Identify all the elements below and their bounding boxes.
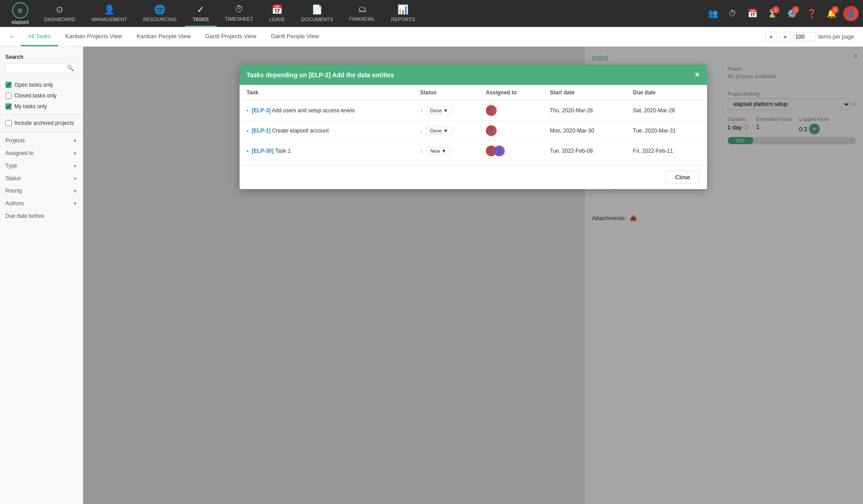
nav-financial[interactable]: 🗂 FINANCIAL <box>341 0 383 27</box>
notif-badge2: 1 <box>832 6 839 13</box>
sidebar: Search 🔍 Open tasks only Closed tasks on… <box>0 47 83 504</box>
task-code-3[interactable]: [ELP-30] <box>252 148 274 154</box>
nav-dashboard-label: DASHBOARD <box>44 17 76 22</box>
nav-reports[interactable]: 📊 REPORTS <box>383 0 423 27</box>
open-tasks-checkbox[interactable] <box>5 82 12 88</box>
tab-kanban-projects[interactable]: Kanban Projects View <box>58 27 129 46</box>
task-code-2[interactable]: [ELP-1] <box>252 128 271 134</box>
nav-dashboard[interactable]: ⊙ DASHBOARD <box>36 0 84 27</box>
due-date-val-2: Tue, 2020-Mar-31 <box>633 128 676 134</box>
avatar-2-1: 👤 <box>486 125 497 136</box>
status-badge-2[interactable]: Done ▼ <box>426 127 452 135</box>
tab-all-tasks[interactable]: All Tasks <box>21 27 58 46</box>
help-icon-btn[interactable]: ❓ <box>804 5 820 22</box>
tab-gantt-people[interactable]: Gantt People View <box>263 27 326 46</box>
filter-closed-tasks[interactable]: Closed tasks only <box>0 90 83 101</box>
assigned-cell-2: 👤 <box>479 121 543 141</box>
filter-authors[interactable]: Authors ▼ <box>0 197 83 210</box>
task-code-1[interactable]: [ELP-3] <box>252 107 271 114</box>
priority-arrow-icon: ▼ <box>73 189 77 194</box>
authors-arrow-icon: ▼ <box>73 201 77 206</box>
items-per-page-input[interactable] <box>793 32 816 41</box>
notification-icon-btn[interactable]: 🔔 1 <box>823 5 840 22</box>
settings-icon-btn[interactable]: ⚙️ 1 <box>784 5 800 22</box>
due-date-cell-1: Sat, 2020-Mar-28 <box>626 101 707 121</box>
filter-my-tasks[interactable]: My tasks only <box>0 101 83 112</box>
my-tasks-checkbox[interactable] <box>5 103 12 110</box>
hourglass-icon-btn[interactable]: ⏳ 1 <box>764 5 780 22</box>
people-icon-btn[interactable]: 👥 <box>705 5 721 22</box>
settings-badge: 1 <box>792 6 799 13</box>
nav-tasks[interactable]: ✓ TASKS <box>185 0 217 27</box>
nav-documents[interactable]: 📄 DOCUMENTS <box>293 0 341 27</box>
table-row: ▪ [ELP-3] Add users and setup access lev… <box>240 101 707 121</box>
closed-tasks-checkbox[interactable] <box>5 93 12 99</box>
leave-icon: 📅 <box>271 4 283 15</box>
filter-type[interactable]: Type ▼ <box>0 159 83 172</box>
dashboard-icon: ⊙ <box>56 4 63 15</box>
modal-close-button[interactable]: Close <box>666 171 699 184</box>
col-task: Task <box>240 85 413 101</box>
search-input[interactable] <box>9 65 67 71</box>
filter-type-label: Type <box>5 163 17 169</box>
task-cell-3: ▪ [ELP-30] Task 1 <box>240 141 413 161</box>
archived-checkbox[interactable] <box>5 120 12 126</box>
back-button[interactable]: ← <box>9 33 16 41</box>
status-cell-3: ↓ New ▼ <box>413 141 479 161</box>
timer-icon-btn[interactable]: ⏱ <box>725 5 741 22</box>
app-logo[interactable]: e elapseit <box>4 2 36 25</box>
tasks-icon: ✓ <box>197 4 205 15</box>
calendar-icon-btn[interactable]: 📅 <box>744 5 761 22</box>
task-name-1: Add users and setup access levels <box>272 107 355 114</box>
management-icon: 👤 <box>104 4 115 15</box>
top-navigation: e elapseit ⊙ DASHBOARD 👤 MANAGEMENT 🌐 RE… <box>0 0 863 27</box>
financial-icon: 🗂 <box>358 4 367 14</box>
modal-close-btn[interactable]: × <box>695 70 700 80</box>
modal-footer: Close <box>240 165 707 189</box>
closed-tasks-label: Closed tasks only <box>14 93 57 99</box>
status-badge-3[interactable]: New ▼ <box>426 147 450 155</box>
next-page-btn[interactable]: » <box>779 32 791 42</box>
assigned-cell-3: 👤 👤 <box>479 141 543 161</box>
start-date-cell-2: Mon, 2020-Mar-30 <box>543 121 626 141</box>
sidebar-divider-1 <box>0 115 83 115</box>
search-box[interactable]: 🔍 <box>5 63 77 73</box>
nav-management-label: MANAGEMENT <box>92 17 127 22</box>
nav-timesheet[interactable]: ⏱ TIMESHEET <box>217 0 261 27</box>
due-date-cell-2: Tue, 2020-Mar-31 <box>626 121 707 141</box>
items-per-page-label: items per page <box>819 34 854 40</box>
prev-page-btn[interactable]: « <box>765 32 777 42</box>
modal-title: Tasks depending on [ELP-2] Add the data … <box>247 71 394 79</box>
nav-resourcing[interactable]: 🌐 RESOURCING <box>135 0 185 27</box>
start-date-cell-3: Tue, 2022-Feb-08 <box>543 141 626 161</box>
filter-include-archived[interactable]: Include archived projects <box>0 118 83 128</box>
col-assigned-to: Assigned to <box>479 85 543 101</box>
nav-resourcing-label: RESOURCING <box>143 17 177 22</box>
table-row: ▪ [ELP-30] Task 1 ↓ New ▼ <box>240 141 707 161</box>
status-chevron-2: ▼ <box>443 128 448 133</box>
col-status: Status <box>413 85 479 101</box>
filter-projects[interactable]: Projects ▼ <box>0 134 83 147</box>
sidebar-divider-2 <box>0 131 83 132</box>
user-avatar[interactable]: 👤 <box>843 6 859 21</box>
search-label: Search <box>5 54 77 60</box>
filter-status[interactable]: Status ▼ <box>0 172 83 185</box>
filter-priority[interactable]: Priority ▼ <box>0 185 83 197</box>
filter-assigned-to[interactable]: Assigned to ▼ <box>0 147 83 159</box>
filter-open-tasks[interactable]: Open tasks only <box>0 80 83 90</box>
my-tasks-label: My tasks only <box>14 103 47 110</box>
content-area: × project Priority ↓ Medium ▼ Phase No p… <box>83 47 863 504</box>
logo-icon: e <box>12 2 28 18</box>
status-badge-1[interactable]: Done ▼ <box>426 106 452 115</box>
modal-overlay: Tasks depending on [ELP-2] Add the data … <box>83 47 863 504</box>
items-per-page-control: « » items per page <box>765 32 854 42</box>
tab-kanban-people[interactable]: Kanban People View <box>129 27 198 46</box>
nav-leave[interactable]: 📅 LEAVE <box>261 0 293 27</box>
nav-timesheet-label: TIMESHEET <box>225 16 253 22</box>
tab-gantt-projects[interactable]: Gantt Projects View <box>198 27 263 46</box>
task-name-2: Create elapseit account <box>272 128 329 134</box>
filter-due-date[interactable]: Due date before <box>0 210 83 222</box>
task-cell-1: ▪ [ELP-3] Add users and setup access lev… <box>240 101 413 121</box>
nav-management[interactable]: 👤 MANAGEMENT <box>84 0 135 27</box>
due-date-cell-3: Fri, 2022-Feb-11 <box>626 141 707 161</box>
